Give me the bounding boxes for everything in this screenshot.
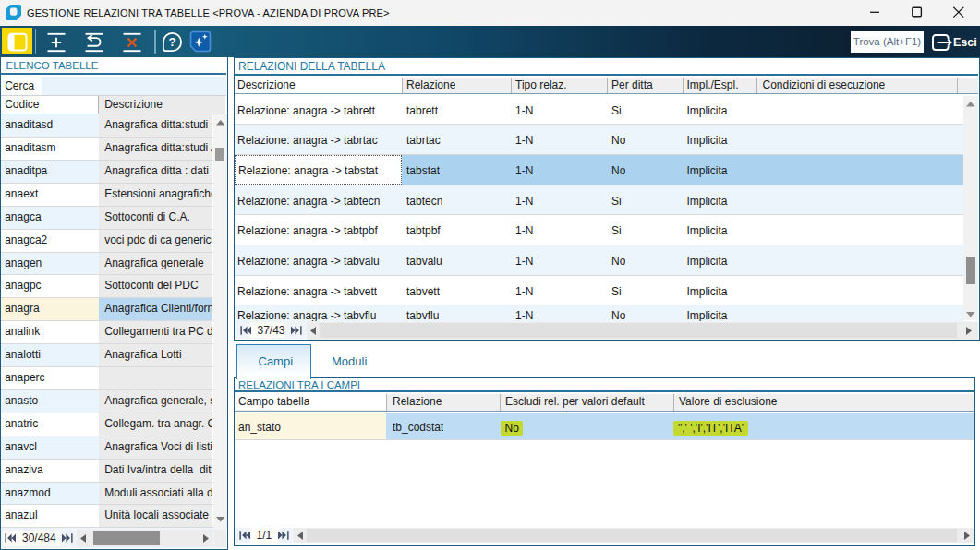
svg-text:?: ? <box>168 35 175 49</box>
